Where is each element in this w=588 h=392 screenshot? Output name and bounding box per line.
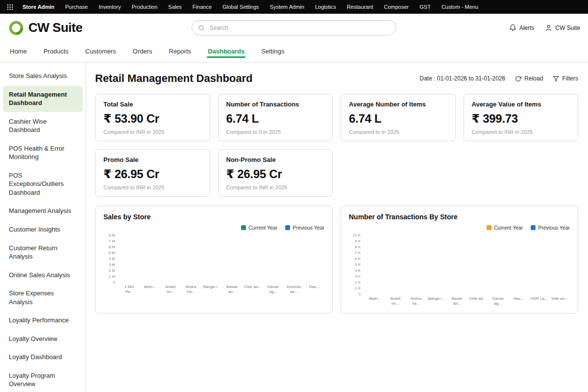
topbar-item-global-settings[interactable]: Global Settings <box>217 4 265 10</box>
filter-icon <box>553 76 559 82</box>
x-axis-label: Anant hn... <box>160 285 181 294</box>
tab-dashboards[interactable]: Dashboards <box>207 47 245 62</box>
y-tick-label: 8 K <box>355 245 361 249</box>
y-tick-label: 2 K <box>355 280 361 285</box>
kpi-subtitle: Compared to 0 in 2025 <box>226 129 325 135</box>
chart-legend: Current YearPrevious Year <box>349 225 570 231</box>
topbar-item-production[interactable]: Production <box>126 4 163 10</box>
reload-button[interactable]: Reload <box>515 75 543 82</box>
date-range-label: Date : 01-01-2026 to 31-01-2026 <box>420 75 506 82</box>
topbar-item-store-admin[interactable]: Store Admin <box>17 4 60 10</box>
grid-dots-icon <box>7 4 13 10</box>
y-tick-label: 7 M <box>109 239 115 243</box>
y-tick-label: 4 M <box>109 257 115 261</box>
kpi-value: 6.74 L <box>349 112 447 126</box>
chart-panel-number-of-transactions-by-store: Number of Transactions By StoreCurrent Y… <box>341 206 578 314</box>
topbar-item-logistics[interactable]: Logistics <box>310 4 342 10</box>
filters-button[interactable]: Filters <box>553 75 578 82</box>
search-bar[interactable] <box>192 20 396 35</box>
filters-label: Filters <box>562 75 578 82</box>
legend-swatch <box>531 225 536 230</box>
x-axis-label: Andra ha... <box>406 296 426 306</box>
apps-grid-icon[interactable] <box>7 4 13 10</box>
topbar-item-composer[interactable]: Composer <box>379 4 415 10</box>
tab-orders[interactable]: Orders <box>132 47 153 62</box>
topbar-item-gst[interactable]: GST <box>414 4 436 10</box>
kpi-card-promo-sale: Promo Sale₹ 26.95 CrCompared to INR in 2… <box>95 149 210 197</box>
x-axis-label: Aksh... <box>365 296 385 306</box>
kpi-subtitle: Compared to INR in 2025 <box>103 129 202 135</box>
sidebar-item-pos-health-error-monitoring[interactable]: POS Health & Error Monitoring <box>3 140 83 166</box>
alerts-label: Alerts <box>519 25 535 31</box>
topbar-item-purchase[interactable]: Purchase <box>60 4 93 10</box>
sidebar-item-loyalty-dashboard[interactable]: Loyalty Dashboard <box>3 348 83 366</box>
y-tick-label: 4 K <box>355 268 361 273</box>
x-axis-label: Chitr ad... <box>242 285 263 294</box>
kpi-card-number-of-transactions: Number of Transactions6.74 LCompared to … <box>218 94 333 141</box>
chart-panel-sales-by-store: Sales by StoreCurrent YearPrevious Year8… <box>95 206 333 314</box>
sidebar-item-store-sales-analysis[interactable]: Store Sales Analysis <box>3 67 83 85</box>
y-tick-label: 0 <box>359 292 361 296</box>
sidebar-item-retail-management-dashboard[interactable]: Retail Management Dashboard <box>3 86 83 112</box>
x-axis-label: Anant hn... <box>385 296 406 306</box>
sidebar-item-management-analysis[interactable]: Management Analysis <box>3 202 83 220</box>
logo[interactable]: CW Suite <box>8 20 82 36</box>
app-root: Store AdminPurchaseInventoryProductionSa… <box>0 0 588 392</box>
topbar-item-custom-menu[interactable]: Custom - Menu <box>436 4 484 10</box>
x-axis-label: Banga l... <box>201 285 222 294</box>
x-axis-label: Has... <box>508 296 529 306</box>
x-axis-label: 1 MG Re... <box>119 285 140 294</box>
tab-reports[interactable]: Reports <box>168 47 193 62</box>
topbar-item-inventory[interactable]: Inventory <box>93 4 126 10</box>
legend-item-current-year: Current Year <box>241 225 277 231</box>
legend-swatch <box>241 225 246 230</box>
y-tick-label: 9 K <box>355 239 361 243</box>
logo-icon <box>8 20 24 36</box>
app-header: CW Suite Alerts CW Suite <box>0 14 588 42</box>
sidebar-item-customer-return-analysis[interactable]: Customer Return Analysis <box>3 239 83 265</box>
y-tick-label: 1 K <box>355 286 361 290</box>
legend-label: Current Year <box>494 225 523 231</box>
kpi-card-non-promo-sale: Non-Promo Sale₹ 26.95 CrCompared to INR … <box>218 149 333 197</box>
search-input[interactable] <box>209 24 390 32</box>
legend-item-previous-year: Previous Year <box>285 225 324 231</box>
kpi-title: Promo Sale <box>103 156 202 163</box>
sidebar-item-store-expenses-analysis[interactable]: Store Expenses Analysis <box>3 285 83 311</box>
tab-settings[interactable]: Settings <box>260 47 285 62</box>
sidebar-item-customer-insights[interactable]: Customer Insights <box>3 221 83 238</box>
kpi-card-average-number-of-items: Average Number of Items6.74 LCompared to… <box>341 94 456 141</box>
sidebar-item-loyality-performance[interactable]: Loyality Performance <box>3 312 83 329</box>
y-tick-label: 10 K <box>353 233 361 237</box>
alerts-button[interactable]: Alerts <box>509 24 535 31</box>
logo-text: CW Suite <box>28 20 82 35</box>
tab-customers[interactable]: Customers <box>84 47 117 62</box>
main-nav-tabs: HomeProductsCustomersOrdersReportsDashbo… <box>0 42 588 62</box>
topbar-item-restaurant[interactable]: Restaurant <box>342 4 379 10</box>
y-tick-label: 6 K <box>355 257 361 261</box>
account-button[interactable]: CW Suite <box>545 24 580 31</box>
kpi-grid: Total Sale₹ 53.90 CrCompared to INR in 2… <box>95 94 578 197</box>
search-icon <box>198 25 205 31</box>
topbar-item-sales[interactable]: Sales <box>163 4 187 10</box>
y-tick-label: 7 K <box>355 251 361 255</box>
sidebar-item-online-sales-analysis[interactable]: Online Sales Analysis <box>3 266 83 284</box>
topbar-item-system-admin[interactable]: System Admin <box>265 4 310 10</box>
kpi-title: Average Value of Items <box>472 101 570 108</box>
x-axis-label: Domma sa... <box>283 285 304 294</box>
layout: Store Sales AnalysisRetail Management Da… <box>0 62 588 392</box>
page-title: Retail Management Dashboard <box>95 72 253 85</box>
sidebar-item-loyalty-program-overview[interactable]: Loyalty Program Overview <box>3 367 83 392</box>
sidebar-item-pos-exceptions-outliers-dashboard[interactable]: POS Exceptions/Outliers Dashboard <box>3 167 83 202</box>
bell-icon <box>509 24 516 31</box>
x-axis-label: Indir an... <box>549 296 570 306</box>
chart-title: Sales by Store <box>103 213 324 221</box>
y-tick-label: 3 K <box>355 274 361 279</box>
sidebar-item-loyalty-overview[interactable]: Loyalty Overview <box>3 330 83 348</box>
sidebar: Store Sales AnalysisRetail Management Da… <box>0 62 86 392</box>
topbar-item-finance[interactable]: Finance <box>187 4 217 10</box>
tab-products[interactable]: Products <box>43 47 70 62</box>
tab-home[interactable]: Home <box>9 47 28 62</box>
y-tick-label: 5 K <box>355 262 361 267</box>
x-axis-label: Banga l... <box>426 296 447 306</box>
sidebar-item-cashier-wise-dashboard[interactable]: Cashier Wise Dashboard <box>3 113 83 139</box>
